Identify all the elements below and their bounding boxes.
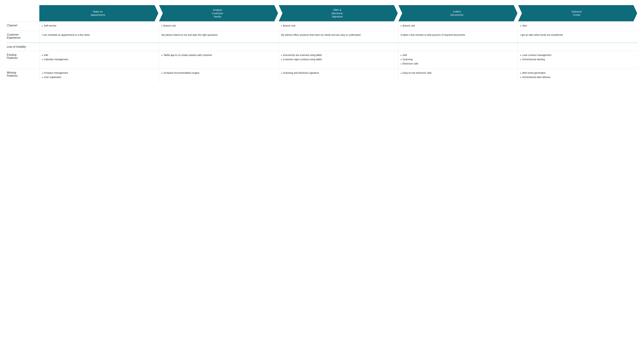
bullet-text: Electronic safe [402,62,418,66]
list-item: •Electronic safe [401,62,515,66]
row-label-missing: Missing Features [7,69,39,82]
cols-channel: •Self-service•Branch visit•Branch visit•… [39,22,637,30]
cell-channel-col4: •Alert [518,22,637,30]
list-item: •Alert event generation [520,71,635,75]
row-label-channel: Channel [7,22,39,30]
step-arrow-step5: Disburse Funds [518,5,637,22]
list-item: •Omnichannel alerting [520,58,635,61]
row-channel: Channel•Self-service•Branch visit•Branch… [7,22,637,30]
plain-text: My advisor listens to me and asks the ri… [162,33,276,37]
step-arrow-step2: Analyze Customer Needs [159,5,278,22]
cell-missing-col3: •Easy-to-use electronic safe [398,69,518,82]
bullet-icon: • [42,54,43,57]
bullet-text: Alert [522,24,527,28]
bullet-text: Tablet app to co-create solution with cu… [164,53,212,57]
cell-lov-col1 [159,43,278,51]
bullet-icon: • [281,72,282,75]
content-rows: Channel•Self-service•Branch visit•Branch… [7,22,637,82]
bullet-text: Calendar management [44,58,68,61]
step-label-step5: Disburse Funds [572,10,582,16]
row-label-cx: Customer Experience [7,31,39,42]
cell-channel-col0: •Self-service [39,22,159,30]
cell-cx-col2: My advisor offers products that meet my … [278,31,398,42]
cell-cx-col1: My advisor listens to me and asks the ri… [159,31,278,42]
list-item: •User registration [42,76,156,79]
bullet-text: Customer signs contract using tablet [283,58,322,61]
list-item: •Customer signs contract using tablet [281,58,396,61]
bullet-icon: • [520,54,521,57]
plain-text: I get an alert when funds are transferre… [520,33,635,37]
cell-lov-col0 [39,43,159,51]
list-item: •Alert [520,24,635,28]
cell-cx-col3: It takes a few minutes to take pictures … [398,31,518,42]
bullet-icon: • [162,24,162,28]
step-arrow-step1: Make an Appointment [39,5,158,22]
bullet-text: Branch visit [402,24,415,28]
cell-missing-col4: •Alert event generation•Omnichannel aler… [518,69,637,82]
bullet-icon: • [520,58,521,61]
list-item: •Scanning and electronic signature [281,71,396,75]
bullet-text: AI-based recommendation engine [164,71,200,75]
journey-map: Make an AppointmentAnalyze Customer Need… [7,5,637,82]
cell-existing-col4: •Loan contract management•Omnichannel al… [518,51,637,69]
step-label-step4: Collect Documents [450,10,464,16]
bullet-icon: • [281,58,282,61]
plain-text: I can schedule an appointment in a few c… [42,33,156,37]
list-item: •Self-service [42,24,156,28]
step-arrow-step4: Collect Documents [398,5,518,22]
bullet-icon: • [401,54,402,57]
bullet-text: Branch visit [283,24,295,28]
bullet-text: Prospect management [44,71,68,75]
plain-text: It takes a few minutes to take pictures … [401,33,515,37]
cell-lov-col3 [398,43,518,51]
bullet-text: Self-service [44,24,56,28]
cell-channel-col1: •Branch visit [159,22,278,30]
bullet-text: Omnichannel alerting [522,58,545,61]
plain-text: My advisor offers products that meet my … [281,33,396,37]
list-item: •Tablet app to co-create solution with c… [162,53,276,57]
list-item: •Branch visit [281,24,396,28]
list-item: •Easy-to-use electronic safe [401,71,515,75]
cell-existing-col3: •IAM•Scanning•Electronic safe [398,51,518,69]
list-item: •AI-based recommendation engine [162,71,276,75]
cell-existing-col0: •IAM•Calendar management [39,51,159,69]
bullet-icon: • [42,58,43,61]
list-item: •Calendar management [42,58,156,61]
bullet-icon: • [42,72,43,75]
bullet-icon: • [520,24,521,28]
cell-channel-col2: •Branch visit [278,22,398,30]
bullet-text: Scanning and electronic signature [283,71,319,75]
row-cx: Customer ExperienceI can schedule an app… [7,30,637,42]
row-lov: Line-of-Visibility [7,42,637,51]
bullet-icon: • [520,72,521,75]
list-item: •Prospect management [42,71,156,75]
row-missing: Missing Features•Prospect management•Use… [7,68,637,82]
bullet-text: Alert event generation [522,71,546,75]
bullet-text: IAM [402,53,407,57]
list-item: •Loan contract management [520,53,635,57]
step-label-step2: Analyze Customer Needs [212,8,223,18]
cell-existing-col2: •Documents are scanned using tablet•Cust… [278,51,398,69]
list-item: •IAM [42,53,156,57]
bullet-icon: • [401,24,402,28]
cols-missing: •Prospect management•User registration•A… [39,69,637,82]
steps-area: Make an AppointmentAnalyze Customer Need… [39,5,637,22]
cols-lov [39,43,637,51]
cell-channel-col3: •Branch visit [398,22,518,30]
bullet-text: IAM [44,53,48,57]
row-existing: Existing Features•IAM•Calendar managemen… [7,51,637,69]
bullet-text: Omnichannel alert delivery [522,76,550,79]
cell-missing-col2: •Scanning and electronic signature [278,69,398,82]
bullet-text: Loan contract management [522,53,551,57]
bullet-text: Easy-to-use electronic safe [402,71,432,75]
cell-missing-col0: •Prospect management•User registration [39,69,159,82]
bullet-icon: • [281,54,282,57]
row-label-existing: Existing Features [7,51,39,69]
list-item: •Branch visit [162,24,276,28]
cell-cx-col0: I can schedule an appointment in a few c… [39,31,159,42]
cell-missing-col1: •AI-based recommendation engine [159,69,278,82]
bullet-icon: • [162,72,162,75]
bullet-text: Branch visit [164,24,176,28]
step-label-step1: Make an Appointment [91,10,105,16]
bullet-icon: • [42,76,43,79]
